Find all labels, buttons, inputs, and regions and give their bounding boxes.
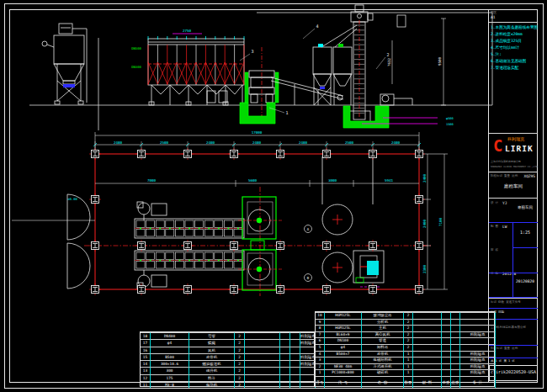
- bom-cell-w1: [442, 363, 451, 370]
- bom-cell-remark: 科利瑞克: [300, 360, 316, 367]
- bom-cell-no: 9: [316, 319, 325, 326]
- bom-row[interactable]: 7BL60×9离心风机2科利瑞克: [316, 331, 496, 338]
- bom-row[interactable]: 4B500×7皮带机1科利瑞克: [316, 351, 496, 358]
- bom-cell-qty: 2: [404, 312, 413, 319]
- svg-text:1500: 1500: [446, 123, 454, 126]
- note-line: 2.进料粒度≤20mm: [491, 31, 537, 38]
- bom-cell-mat: [413, 319, 442, 326]
- bom-cell-w1: [280, 332, 290, 339]
- bom-cell-mat: [413, 357, 442, 363]
- bom-cell-code: [151, 347, 189, 353]
- bom-row[interactable]: 2NE30 40m斗式提升机1科利瑞克: [316, 363, 496, 370]
- svg-text:A: A: [307, 227, 310, 231]
- bom-cell-name: 风机: [189, 347, 235, 353]
- bom-row[interactable]: 6DN100管道2: [316, 337, 496, 344]
- bom-cell-mat: [413, 312, 442, 319]
- bom-row[interactable]: 1PC1000×800破碎机1科利瑞克: [316, 369, 496, 376]
- bom-cell-name: 脉冲除尘器: [362, 312, 404, 319]
- draft-value: LW: [502, 225, 507, 229]
- bom-row[interactable]: 3电磁给料机1科利瑞克: [316, 357, 496, 363]
- bom-row[interactable]: 12175料斗2: [141, 374, 316, 381]
- bom-row[interactable]: 11M3-8电动机2: [141, 381, 316, 388]
- svg-text:3000: 3000: [328, 178, 337, 183]
- scale-value: 1:25: [512, 230, 538, 235]
- baghouse-legs: [149, 85, 242, 105]
- svg-text:2300: 2300: [422, 264, 427, 273]
- product-model: XQZ95: [523, 174, 535, 178]
- svg-text:2400: 2400: [252, 140, 262, 145]
- bom-row[interactable]: 10HGM125L脉冲除尘器2: [316, 312, 496, 319]
- bom-cell-qty: 2: [235, 374, 245, 381]
- bom-cell-no: 4: [316, 351, 325, 358]
- bom-row[interactable]: 18DN400弯管2科利瑞克: [141, 332, 316, 339]
- svg-text:9500: 9500: [438, 56, 442, 66]
- bom-table-right[interactable]: 10HGM125L脉冲除尘器29分析机28HGM125L主机27BL60×9离心…: [315, 311, 495, 387]
- magenta-dim-label: 2750: [183, 29, 192, 33]
- bom-cell-code: [325, 357, 362, 363]
- bom-row[interactable]: 13300提升机2: [141, 367, 316, 373]
- bom-cell-qty: 1: [404, 369, 413, 376]
- bom-cell-w2: [451, 325, 460, 331]
- bom-cell-w1: [442, 337, 451, 344]
- bom-row[interactable]: 8HGM125L主机2: [316, 325, 496, 331]
- title-block: 图区 A1 1.本图为两条磨粉线布置图 2.进料粒度≤20mm 3.成品细度32…: [489, 10, 538, 382]
- plan-dim-lines: [12, 132, 448, 289]
- bom-cell-no: 10: [316, 312, 325, 319]
- bom-cell-qty: 1: [404, 351, 413, 358]
- bom-cell-w2: [451, 344, 460, 351]
- bom-cell-qty: 2: [235, 360, 245, 367]
- svg-text:2: 2: [386, 52, 389, 57]
- bom-cell-w1: [280, 339, 290, 346]
- bom-cell-remark: [300, 374, 316, 381]
- bom-cell-code: 175: [151, 374, 189, 381]
- bom-table-left[interactable]: 18DN400弯管2科利瑞克17φ4蝶阀2科利瑞克16风机215B500皮带机2…: [140, 331, 315, 387]
- bom-cell-mat: [245, 374, 280, 381]
- bom-cell-w1: [280, 347, 290, 353]
- bom-cell-mat: [413, 351, 442, 358]
- bom-cell-code: M3-8: [151, 381, 189, 388]
- bom-cell-name: 电磁给料机: [362, 357, 404, 363]
- bom-cell-remark: [460, 337, 496, 344]
- bom-cell-w2: [290, 374, 300, 381]
- bom-header-cell: 序号: [316, 376, 325, 388]
- logo-cn-text: 科利瑞克: [507, 136, 524, 141]
- bom-row[interactable]: 16风机2: [141, 347, 316, 353]
- bom-cell-qty: 2: [404, 331, 413, 338]
- bom-cell-remark: 科利瑞克: [460, 351, 496, 358]
- silos-elevation: [313, 25, 357, 105]
- bom-row[interactable]: 9分析机2: [316, 319, 496, 326]
- bom-row[interactable]: 14300×10.6螺旋输送机2科利瑞克: [141, 360, 316, 367]
- bom-row[interactable]: 17φ4蝶阀2科利瑞克: [141, 339, 316, 346]
- clirik-logo: 科利瑞克 C LIRIK 上海科利瑞克机器有限公司 SHANGHAI CLIRI…: [489, 135, 538, 172]
- bom-cell-code: φ4: [151, 339, 189, 346]
- bom-cell-qty: 2: [404, 325, 413, 331]
- bom-cell-w1: [280, 367, 290, 373]
- bom-cell-w2: [290, 339, 300, 346]
- bom-cell-qty: 2: [404, 344, 413, 351]
- bom-cell-qty: 1: [404, 357, 413, 363]
- svg-text:2500: 2500: [345, 140, 354, 145]
- bom-row[interactable]: 15B500皮带机2科利瑞克: [141, 353, 316, 360]
- bom-cell-w1: [442, 325, 451, 331]
- bom-row[interactable]: 5φ4卸料器2: [316, 344, 496, 351]
- bom-cell-mat: [413, 337, 442, 344]
- draft-label: 制 图: [491, 225, 498, 228]
- design-label: 设 计: [491, 201, 498, 204]
- bom-cell-w1: [442, 312, 451, 319]
- bom-cell-code: B500×7: [325, 351, 362, 358]
- bom-cell-code: φ4: [325, 344, 362, 351]
- sheet-zone-value: A1: [491, 15, 495, 19]
- bom-cell-no: 2: [316, 363, 325, 370]
- bom-header-cell: 数量: [404, 376, 413, 388]
- note-line: 7.管道现场实配: [491, 65, 537, 72]
- bom-cell-mat: [245, 381, 280, 388]
- bom-cell-w2: [451, 331, 460, 338]
- bom-cell-w1: [442, 319, 451, 326]
- bom-cell-name: 分析机: [362, 319, 404, 326]
- bom-cell-w1: [280, 374, 290, 381]
- notes-block: 1.本图为两条磨粉线布置图 2.进料粒度≤20mm 3.成品细度325目 4.尺…: [491, 24, 537, 72]
- bom-cell-remark: 科利瑞克: [300, 332, 316, 339]
- rev-line1: 标记 处数 更改文件号: [491, 300, 521, 304]
- check-label: 审 核: [491, 248, 498, 252]
- bom-cell-remark: [460, 344, 496, 351]
